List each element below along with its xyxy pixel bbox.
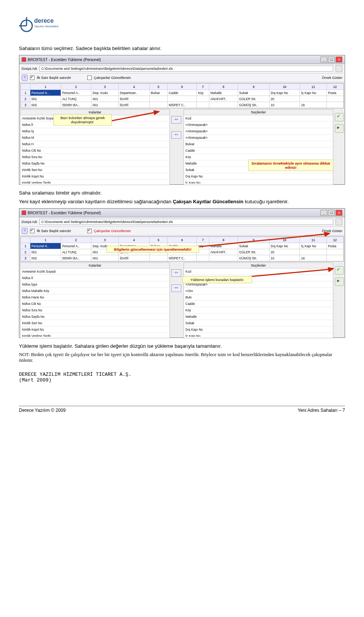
help-icon[interactable]: ? [22,75,28,81]
list-item[interactable]: Nüfus İl [20,275,169,281]
update-conflicts-checkbox[interactable] [87,229,92,233]
footer-right: Yeni Adres Sahaları – 7 [298,408,345,413]
list-item[interactable]: Nüfus Mahalle-Köy [20,288,169,294]
chk1-label: İlk Satır Başlık satırıdır [37,76,71,80]
footer-left: Derece Yazılım © 2009 [19,408,66,413]
paragraph-3: Yeni kayıt eklenmeyip varolan kayıtların… [19,199,345,204]
browse-button[interactable] [336,65,342,72]
minimize-button[interactable]: _ [320,210,327,216]
signature-date: (Mart 2009) [19,377,345,383]
svg-line-9 [247,269,330,277]
paragraph-2: Saha sıralaması birebir aynı olmalıdır. [19,190,345,196]
close-button[interactable]: ✕ [336,57,342,63]
app-window-1: BRO9TEST - Excelden Yükleme (Personel) _… [19,55,345,185]
confirm-icon[interactable] [335,266,344,275]
svg-text:derece: derece [34,17,54,24]
list-item[interactable]: <Alınmayacak> [184,128,333,135]
logo: derece Yazılım Hizmetleri [19,15,345,34]
callout-some-columns: Bazı kolonları almaya gerek duyulmamıştı… [53,114,112,126]
update-conflicts-checkbox[interactable] [87,75,92,80]
list-item[interactable]: Nüfus Sayfa No [20,314,169,320]
table-row[interactable]: 1Personel K..Personel A..Dep. KoduDepart… [21,90,344,96]
list-item[interactable]: Bulvar [184,141,333,148]
signature-company: DERECE YAZILIM HİZMETLERİ TİCARET A.Ş. [19,372,345,377]
note-text: NOT: Birden çok işyeri ile çalışılıyor i… [19,352,345,363]
list-item[interactable]: Kimlik Verilme Tarihi [20,333,169,337]
file-label: Dosya Adı [22,67,37,71]
run-icon[interactable] [335,124,344,133]
titlebar: BRO9TEST - Excelden Yükleme (Personel) _… [19,209,345,217]
list-item[interactable]: Nüfus İşçe [20,281,169,288]
svg-line-5 [107,112,156,122]
table-row[interactable]: 3002SEMİH BA..001İDARİNİSPET C..GÜMÜŞ SK… [21,102,344,108]
logo-mark: derece Yazılım Hizmetleri [19,15,72,34]
list-item[interactable]: Kod [184,115,333,122]
list-item[interactable]: Nüfus M [20,135,169,141]
file-path-input[interactable]: C:\Documents and Settings\Administrator\… [39,66,333,72]
list-item[interactable]: Kimlik Kayıt No [20,173,169,180]
list-item[interactable]: Kimlik Verilme Tarihi [20,180,169,184]
table-row[interactable]: 3002SEMİH BA..001İDARİNİSPET C..GÜMÜŞ SK… [21,255,344,261]
app-window-2: BRO9TEST - Excelden Yükleme (Personel) _… [19,208,345,338]
svg-line-7 [194,234,326,247]
list-item[interactable]: Nüfus Cilt No [20,148,169,154]
help-icon[interactable]: ? [22,228,28,234]
first-row-header-checkbox[interactable] [30,229,35,233]
confirm-icon[interactable] [335,113,344,121]
list-item[interactable]: Annesinin Kızlık Soyadı [20,268,169,275]
list-item[interactable]: Kimlik Seri No [20,167,169,173]
callout-mark-for-update: Bilgilerin güncellenmesi için işaretlenm… [107,246,199,253]
list-item[interactable]: Dış Kapı No [184,327,333,333]
svg-marker-6 [154,110,160,115]
move-left-button[interactable]: << [171,284,181,292]
list-item[interactable]: İç Kapı No [184,333,333,337]
move-right-button[interactable]: >> [171,116,181,124]
list-item[interactable]: <Alınmayacak> [184,122,333,128]
selected-list: Seçilenler Kod<Alınmayacak><Alınmayacak>… [184,109,333,185]
list-item[interactable]: Nüfus Hane No [20,294,169,301]
chk1-label: İlk Satır Başlık satırıdır [37,229,71,233]
file-path-input[interactable]: C:\Documents and Settings\Administrator\… [39,219,333,225]
minimize-button[interactable]: _ [320,57,327,63]
svg-marker-10 [328,267,334,272]
list-item[interactable]: Nüfus Sıra No [20,154,169,160]
titlebar: BRO9TEST - Excelden Yükleme (Personel) _… [19,55,345,64]
list-item[interactable]: Nüfus Sayfa No [20,160,169,167]
preview-grid: 123456789101112 1Personel K..Personel A.… [20,83,344,108]
list-item[interactable]: Nüfus İş [20,128,169,135]
list-item[interactable]: Cadde [184,301,333,307]
intro-text-1: Sahaların tümü seçilmez. Sadece başlıkta… [19,46,345,51]
remaining-list: Kalanlar Annesinin Kızlık SoyadıNüfus İl… [20,262,170,338]
move-left-button[interactable]: << [171,131,181,139]
first-row-header-checkbox[interactable] [30,75,35,80]
table-row[interactable]: 2001ALİ TUNÇ001İDARİANAFART..GÜLER SK.20 [21,96,344,102]
list-item[interactable]: Nüfus Cilt No [20,301,169,307]
list-item[interactable]: Bulv [184,294,333,301]
window-title: BRO9TEST - Excelden Yükleme (Personel) [28,211,101,215]
list-item[interactable]: <Alın [184,288,333,294]
app-icon [22,210,26,215]
browse-button[interactable] [336,218,342,225]
maximize-button[interactable]: ☐ [328,210,335,216]
chk2-label: Çakışanlar Güncellensin [94,76,131,80]
list-item[interactable]: <Alınmayacak> [184,135,333,141]
list-item[interactable]: Kimlik Seri No [20,320,169,327]
list-item[interactable]: Nüfus H [20,141,169,148]
app-icon [22,57,26,62]
svg-text:Yazılım Hizmetleri: Yazılım Hizmetleri [34,25,58,28]
list-item[interactable]: Cadde [184,148,333,154]
list-item[interactable]: İç Kapı No [184,180,333,184]
list-item[interactable]: Mahalle [184,314,333,320]
list-item[interactable]: Kimlik Kayıt No [20,327,169,333]
list-item[interactable]: Köy [184,307,333,314]
list-item[interactable]: Nüfus Sıra No [20,307,169,314]
maximize-button[interactable]: ☐ [328,57,335,63]
close-button[interactable]: ✕ [336,210,342,216]
list-item[interactable]: Sokak [184,320,333,327]
callout-start-here: Yükleme işlemi buradan başlatılır. [182,276,252,283]
run-icon[interactable] [335,278,344,286]
list-item[interactable]: Dış Kapı No [184,173,333,180]
paragraph-4: Yükleme işlemi başlatılır. Sahalara giri… [19,343,345,349]
move-right-button[interactable]: >> [171,269,181,277]
sample-show-link[interactable]: Örnek Göster [322,76,342,80]
